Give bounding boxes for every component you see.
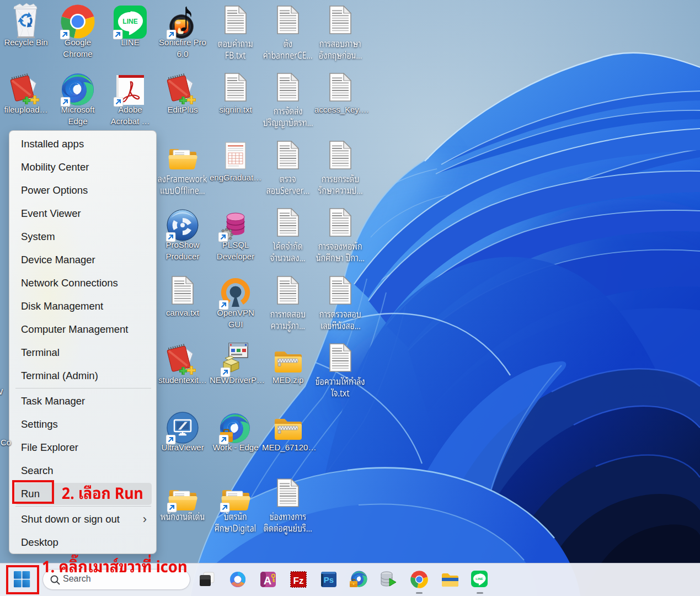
svg-text:A: A: [264, 574, 271, 587]
svg-text:Fz: Fz: [293, 576, 304, 586]
svg-text:Ps: Ps: [324, 575, 334, 584]
